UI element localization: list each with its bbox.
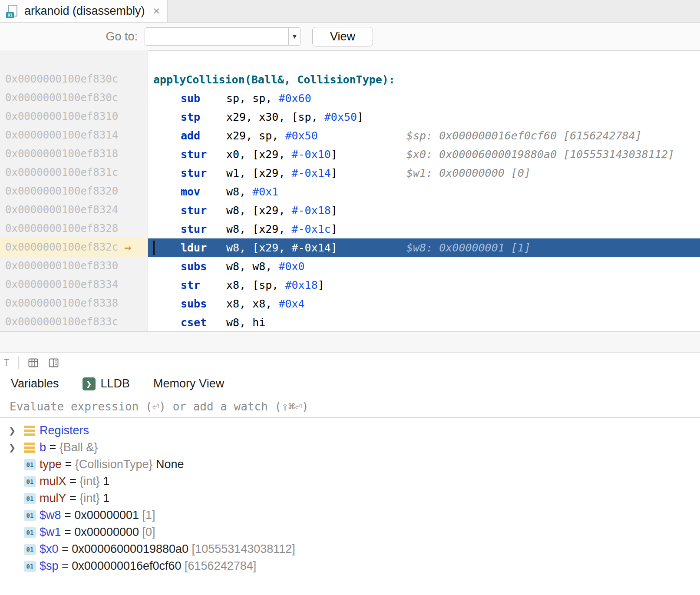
instruction-address: 0x0000000100ef8320 — [5, 182, 118, 201]
instruction-address: 0x0000000100ef8330 — [5, 257, 118, 275]
code-area: applyCollision(Ball&, CollisionType):sub… — [148, 50, 700, 331]
view-button[interactable]: View — [312, 27, 373, 46]
mnemonic: stur — [181, 145, 226, 164]
table-view-icon[interactable] — [27, 357, 39, 369]
equals-sign: = — [46, 441, 59, 454]
operands: w8, [x29, #-0x1c] — [226, 220, 406, 238]
tab-arkanoid-disassembly[interactable]: 01 arkanoid (disassembly) ✕ — [0, 0, 168, 22]
immediate-value: #0x50 — [324, 111, 357, 123]
address-gutter-row[interactable]: 0x0000000100ef8338 — [0, 294, 148, 313]
register-value-comment: $w1: 0x00000000 [0] — [406, 167, 531, 179]
address-gutter-row[interactable]: 0x0000000100ef830c — [0, 70, 148, 89]
instruction-line[interactable]: addx29, sp, #0x50$sp: 0x000000016ef0cf60… — [148, 126, 700, 145]
numeric-value-icon: 01 — [24, 510, 36, 521]
decimal-value: [6156242784] — [182, 559, 257, 573]
mnemonic: mov — [181, 182, 226, 201]
goto-input[interactable] — [145, 28, 288, 45]
address-gutter-row[interactable]: 0x0000000100ef8330 — [0, 257, 148, 275]
variable-row-muly[interactable]: 01mulY = {int} 1 — [0, 490, 700, 507]
expand-chevron-icon[interactable]: ❯ — [0, 443, 24, 453]
instruction-line[interactable]: stpx29, x30, [sp, #0x50] — [148, 108, 700, 126]
instruction-line[interactable]: strx8, [sp, #0x18] — [148, 276, 700, 294]
address-gutter-row[interactable]: 0x0000000100ef8324 — [0, 201, 148, 219]
address-gutter-row[interactable]: 0x0000000100ef8318 — [0, 145, 148, 163]
address-gutter-row[interactable]: 0x0000000100ef832c→ — [0, 238, 148, 257]
instruction-line[interactable]: subsw8, w8, #0x0 — [148, 257, 700, 276]
address-gutter-row[interactable]: 0x0000000100ef8320 — [0, 182, 148, 201]
instruction-line[interactable]: sturw8, [x29, #-0x18] — [148, 201, 700, 220]
variable-row-registers[interactable]: ❯Registers — [0, 422, 700, 439]
operands: x8, x8, #0x4 — [226, 294, 406, 313]
registers-group-icon — [24, 426, 35, 436]
instruction-line[interactable]: subsp, sp, #0x60 — [148, 89, 700, 108]
close-icon[interactable]: ✕ — [153, 6, 161, 17]
address-gutter-row[interactable]: 0x0000000100ef830c — [0, 89, 148, 107]
decimal-value: [0] — [139, 526, 155, 539]
address-gutter-row[interactable]: 0x0000000100ef8314 — [0, 126, 148, 145]
evaluate-expression-input[interactable]: Evaluate expression (⏎) or add a watch (… — [0, 395, 700, 418]
variable-row-type[interactable]: 01type = {CollisionType} None — [0, 456, 700, 473]
tab-title: arkanoid (disassembly) — [24, 4, 145, 18]
immediate-value: #0x18 — [285, 279, 317, 291]
register-value-comment: $sp: 0x000000016ef0cf60 [6156242784] — [406, 129, 642, 142]
function-label-line[interactable]: applyCollision(Ball&, CollisionType): — [148, 70, 700, 89]
mnemonic: stur — [181, 201, 226, 220]
decimal-value: [105553143038112] — [188, 542, 295, 556]
operands: x29, x30, [sp, #0x50] — [226, 108, 406, 126]
debugger-tab-label: LLDB — [101, 377, 130, 390]
equals-sign: = — [61, 526, 75, 539]
address-gutter-row[interactable]: 0x0000000100ef8328 — [0, 219, 148, 238]
goto-label: Go to: — [0, 30, 145, 43]
instruction-line[interactable]: subsx8, x8, #0x4 — [148, 294, 700, 313]
variable-name: $w1 — [40, 526, 61, 539]
variable-row-sp[interactable]: 01$sp = 0x000000016ef0cf60 [6156242784] — [0, 558, 700, 575]
equals-sign: = — [61, 509, 75, 522]
instruction-line[interactable]: movw8, #0x1 — [148, 182, 700, 201]
variable-value: 0x00000000 — [74, 526, 139, 539]
instruction-line[interactable]: sturw8, [x29, #-0x1c] — [148, 220, 700, 238]
goto-combobox: ▼ — [145, 27, 301, 46]
operands: x8, [sp, #0x18] — [226, 276, 406, 294]
instruction-address: 0x0000000100ef833c — [5, 313, 118, 331]
mnemonic: str — [181, 276, 226, 294]
variable-row-w8[interactable]: 01$w8 = 0x00000001 [1] — [0, 507, 700, 524]
immediate-value: #-0x14 — [292, 167, 331, 179]
operands: x0, [x29, #-0x10] — [226, 145, 406, 164]
register-value-comment: $w8: 0x00000001 [1] — [406, 241, 531, 254]
variable-row-mulx[interactable]: 01mulX = {int} 1 — [0, 473, 700, 490]
equals-sign: = — [62, 458, 75, 471]
variable-row-w1[interactable]: 01$w1 = 0x00000000 [0] — [0, 524, 700, 541]
address-gutter-row[interactable]: 0x0000000100ef831c — [0, 163, 148, 182]
goto-dropdown-button[interactable]: ▼ — [288, 28, 300, 45]
instruction-address: 0x0000000100ef8334 — [5, 275, 118, 294]
ibeam-cursor-icon[interactable]: ⌶ — [3, 357, 10, 369]
address-gutter-row[interactable]: 0x0000000100ef833c — [0, 313, 148, 331]
instruction-address: 0x0000000100ef831c — [5, 163, 118, 182]
numeric-value-icon: 01 — [24, 527, 36, 538]
variable-value: 0x000000016ef0cf60 — [72, 559, 181, 573]
instruction-address: 0x0000000100ef8328 — [5, 219, 118, 238]
panel-splitter[interactable] — [0, 331, 700, 352]
debugger-tab-lldb[interactable]: ❯LLDB — [83, 373, 130, 395]
registers-group-icon — [24, 443, 35, 453]
mnemonic: subs — [181, 294, 226, 313]
address-gutter-row[interactable]: 0x0000000100ef8310 — [0, 107, 148, 126]
toolbar-separator — [18, 356, 19, 369]
debugger-tab-memory-view[interactable]: Memory View — [153, 373, 224, 395]
instruction-address: 0x0000000100ef8324 — [5, 201, 118, 219]
column-layout-icon[interactable] — [48, 357, 59, 369]
expand-chevron-icon[interactable]: ❯ — [0, 426, 24, 436]
variable-row-x0[interactable]: 01$x0 = 0x00006000019880a0 [105553143038… — [0, 541, 700, 558]
operands: w8, [x29, #-0x18] — [226, 201, 406, 220]
mnemonic: ldur — [181, 238, 226, 257]
address-gutter-row[interactable]: 0x0000000100ef8334 — [0, 275, 148, 294]
debugger-tab-variables[interactable]: Variables — [11, 373, 59, 395]
instruction-line[interactable]: ldurw8, [x29, #-0x14]$w8: 0x00000001 [1] — [148, 238, 700, 257]
instruction-line[interactable]: csetw8, hi — [148, 313, 700, 331]
debugger-tab-label: Memory View — [153, 377, 224, 390]
instruction-line[interactable]: sturx0, [x29, #-0x10]$x0: 0x000060000198… — [148, 145, 700, 164]
instruction-line[interactable]: sturw1, [x29, #-0x14]$w1: 0x00000000 [0] — [148, 164, 700, 182]
equals-sign: = — [59, 559, 72, 573]
variable-row-b[interactable]: ❯b = {Ball &} — [0, 439, 700, 456]
ide-window: 01 arkanoid (disassembly) ✕ Go to: ▼ Vie… — [0, 0, 700, 595]
